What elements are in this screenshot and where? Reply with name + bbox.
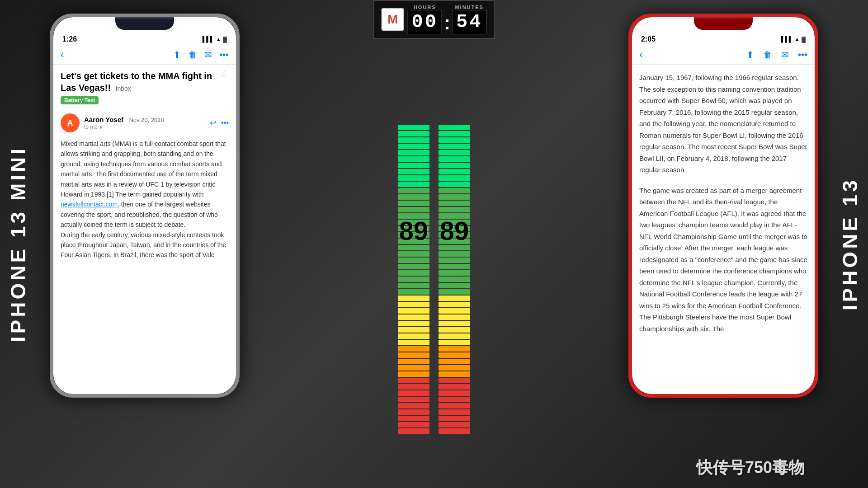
bar-segment [439, 365, 470, 371]
star-icon[interactable]: ☆ [220, 68, 229, 80]
battery-left-number: 89 [399, 216, 429, 246]
bar-segment [439, 137, 470, 143]
bar-segment [398, 201, 429, 206]
sender-date: Nov 20, 2018 [129, 117, 164, 123]
bar-segment [439, 182, 470, 187]
bar-segment [398, 245, 429, 250]
battery-icon-right: ▓ [802, 36, 806, 42]
more-icon-sender[interactable]: ••• [221, 119, 229, 127]
bar-segment [398, 125, 429, 130]
trash-icon-left[interactable]: 🗑 [188, 50, 197, 60]
bar-segment [439, 308, 470, 314]
bar-segment [439, 422, 470, 427]
bar-segment [439, 371, 470, 377]
bar-segment [398, 340, 429, 345]
left-side-label: IPHONE 13 MINI [0, 0, 36, 488]
bar-segment [398, 188, 429, 193]
signal-icon-left: ▌▌▌ [203, 36, 214, 42]
bar-segment [439, 201, 470, 206]
bar-segment [439, 428, 470, 434]
right-side-label: IPHONE 13 [832, 0, 868, 488]
bar-segment [439, 258, 470, 263]
bar-segment [398, 175, 429, 181]
email-link[interactable]: newsfullcontact.com [61, 201, 118, 208]
bar-segment [398, 207, 429, 212]
mail-icon-left[interactable]: ✉ [204, 49, 212, 60]
bar-segment [439, 87, 470, 92]
bar-segment [398, 333, 429, 339]
phone-screen-left: 1:26 ▌▌▌ ▲ ▓ ‹ ⬆ 🗑 ✉ ••• Let's get tick [53, 17, 236, 394]
email-content-left: Let's get tickets to the MMA fight in La… [53, 65, 236, 266]
bar-segment [439, 296, 470, 301]
bar-segment [439, 169, 470, 174]
bar-segment [398, 346, 429, 352]
bar-segment [398, 169, 429, 174]
bar-segment [439, 245, 470, 250]
article-content-right: January 15, 1967, following the 1966 reg… [632, 65, 815, 351]
bar-segment [439, 378, 470, 383]
bar-segment [439, 321, 470, 326]
bar-segment [398, 422, 429, 427]
battery-bar-right: 89 [439, 27, 470, 434]
email-toolbar-left: ‹ ⬆ 🗑 ✉ ••• [53, 45, 236, 65]
reply-icon[interactable]: ↩ [210, 118, 217, 128]
bar-segment [398, 314, 429, 320]
bar-segment [398, 403, 429, 408]
bar-segment [439, 156, 470, 162]
watermark: 快传号750毒物 [696, 457, 805, 479]
bottom-fade-left [53, 358, 236, 394]
bar-segment [398, 327, 429, 333]
bar-segment [398, 359, 429, 364]
battery-bar-left-wrapper: 89 [398, 27, 429, 434]
status-icons-right: ▌▌▌ ▲ ▓ [781, 36, 806, 42]
article-toolbar-right: ‹ ⬆ 🗑 ✉ ••• [632, 45, 815, 65]
minutes-label: MINUTES [455, 5, 484, 10]
bar-segment [398, 378, 429, 383]
bar-segment [439, 99, 470, 105]
status-time-right: 2:05 [641, 35, 656, 43]
bar-segment [439, 264, 470, 269]
trash-icon-right[interactable]: 🗑 [763, 50, 772, 60]
hours-label: HOURS [414, 5, 436, 10]
phone-screen-right: 2:05 ▌▌▌ ▲ ▓ ‹ ⬆ 🗑 ✉ ••• January 15, 196… [632, 17, 815, 394]
phone-right: 2:05 ▌▌▌ ▲ ▓ ‹ ⬆ 🗑 ✉ ••• January 15, 196… [628, 14, 818, 398]
bar-segment [398, 296, 429, 301]
sender-name: Aaron Yosef [84, 116, 123, 123]
battery-test-tag[interactable]: Battery Test [61, 96, 99, 104]
battery-bar-right-wrapper: 89 [439, 27, 470, 434]
sender-info: Aaron Yosef Nov 20, 2018 to me ∨ [84, 116, 205, 130]
status-icons-left: ▌▌▌ ▲ ▓ [203, 36, 227, 42]
battery-icon-left: ▓ [223, 36, 227, 42]
bar-segment [398, 428, 429, 434]
bar-segment [398, 118, 429, 124]
more-icon-left[interactable]: ••• [219, 50, 229, 60]
bar-segment [398, 251, 429, 257]
bar-segment [398, 365, 429, 371]
bar-segment [439, 251, 470, 257]
archive-icon-right[interactable]: ⬆ [746, 49, 754, 60]
bar-segment [439, 333, 470, 339]
bottom-fade-right [632, 358, 815, 394]
back-button-left[interactable]: ‹ [61, 49, 64, 61]
bar-segment [398, 258, 429, 263]
bar-segment [398, 194, 429, 200]
bar-segment [398, 144, 429, 149]
email-subject-row: Let's get tickets to the MMA fight in La… [61, 70, 229, 94]
battery-bar-left: 89 [398, 27, 429, 434]
bar-segment [439, 359, 470, 364]
more-icon-right[interactable]: ••• [798, 50, 807, 60]
bar-segment [439, 397, 470, 402]
status-bar-right: 2:05 ▌▌▌ ▲ ▓ [632, 30, 815, 45]
bar-segment [439, 150, 470, 155]
bar-segment [398, 397, 429, 402]
archive-icon-left[interactable]: ⬆ [173, 49, 181, 60]
mail-icon-right[interactable]: ✉ [781, 49, 789, 60]
bar-segment [398, 321, 429, 326]
bar-segment [439, 283, 470, 288]
back-button-right[interactable]: ‹ [639, 49, 642, 61]
article-paragraph-2: The game was created as part of a merger… [639, 185, 807, 335]
bar-segment [439, 384, 470, 389]
bar-segment [439, 118, 470, 124]
sender-to: to me ∨ [84, 124, 205, 130]
sender-row: A Aaron Yosef Nov 20, 2018 to me ∨ ↩ ••• [61, 112, 229, 134]
